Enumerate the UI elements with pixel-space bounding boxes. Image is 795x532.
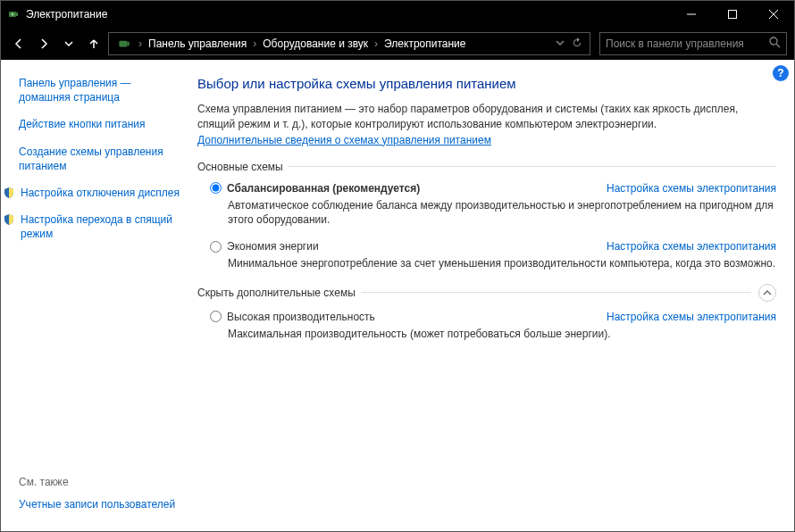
shield-icon [3,213,15,226]
search-input[interactable] [606,37,769,50]
plan-high-performance: Высокая производительность Настройка схе… [210,311,776,342]
minimize-button[interactable] [671,1,712,28]
crumb-control-panel[interactable]: Панель управления [145,36,250,52]
plan-name: Высокая производительность [227,311,375,323]
maximize-button[interactable] [712,1,753,28]
page-heading: Выбор или настройка схемы управления пит… [197,76,776,91]
breadcrumb-dropdown[interactable] [556,37,565,50]
plan-high-performance-radio-label[interactable]: Высокая производительность [210,311,375,323]
plan-desc: Максимальная производительность (может п… [228,327,776,342]
navbar: › Панель управления › Оборудование и зву… [1,28,794,60]
section-extra-label: Скрыть дополнительные схемы [197,287,356,299]
plan-desc: Автоматическое соблюдение баланса между … [228,198,776,229]
plan-settings-link[interactable]: Настройка схемы электропитания [607,240,776,253]
more-info-link[interactable]: Дополнительные сведения о схемах управле… [197,134,491,146]
collapse-extra-button[interactable] [758,284,776,302]
shield-icon [3,187,15,199]
chevron-right-icon: › [138,37,142,50]
breadcrumb[interactable]: › Панель управления › Оборудование и зву… [108,32,590,55]
plan-power-saver-radio[interactable] [210,241,222,253]
plan-name: Сбалансированная (рекомендуется) [227,182,420,195]
svg-rect-4 [729,11,737,19]
see-also-label: См. также [19,476,180,488]
intro-text: Схема управления питанием — это набор па… [197,102,776,132]
back-button[interactable] [8,33,29,54]
plan-balanced-radio-label[interactable]: Сбалансированная (рекомендуется) [210,182,420,195]
search-box[interactable] [599,32,787,55]
plan-balanced: Сбалансированная (рекомендуется) Настрой… [210,182,776,229]
plan-power-saver-radio-label[interactable]: Экономия энергии [210,240,319,253]
svg-rect-8 [127,42,129,46]
chevron-right-icon: › [374,37,378,50]
crumb-power-options[interactable]: Электропитание [381,36,469,52]
svg-point-2 [12,13,14,16]
chevron-right-icon: › [253,37,256,50]
section-basic-label: Основные схемы [197,161,283,173]
divider [361,292,751,293]
content-area: ? Панель управления — домашняя страница … [1,60,794,532]
see-also-link-users[interactable]: Учетные записи пользователей [19,497,180,511]
up-button[interactable] [83,33,105,54]
svg-rect-1 [16,12,18,16]
refresh-button[interactable] [572,37,582,51]
plan-desc: Минимальное энергопотребление за счет ум… [228,256,776,271]
recent-dropdown[interactable] [58,33,80,54]
sidebar-link-display-off[interactable]: Настройка отключения дисплея [21,186,180,200]
plan-power-saver: Экономия энергии Настройка схемы электро… [210,240,776,271]
main-panel: Выбор или настройка схемы управления пит… [188,60,794,532]
plan-high-performance-radio[interactable] [210,311,222,322]
forward-button[interactable] [33,33,54,54]
plan-settings-link[interactable]: Настройка схемы электропитания [607,311,776,323]
sidebar: Панель управления — домашняя страница Де… [1,60,188,532]
svg-point-9 [770,37,777,45]
control-panel-icon [116,36,132,52]
sidebar-home-link[interactable]: Панель управления — домашняя страница [19,76,180,104]
crumb-hardware-sound[interactable]: Оборудование и звук [259,36,372,52]
titlebar: Электропитание [1,1,794,28]
sidebar-link-create-plan[interactable]: Создание схемы управления питанием [19,145,180,173]
app-icon [6,7,21,21]
sidebar-link-sleep[interactable]: Настройка перехода в спящий режим [21,212,180,241]
sidebar-link-power-button[interactable]: Действие кнопки питания [19,117,180,131]
svg-rect-7 [119,41,127,47]
search-icon[interactable] [769,37,781,51]
svg-line-10 [776,44,780,47]
plan-balanced-radio[interactable] [210,182,222,194]
plan-settings-link[interactable]: Настройка схемы электропитания [607,182,776,195]
window-title: Электропитание [26,8,671,21]
plan-name: Экономия энергии [227,240,319,253]
close-button[interactable] [753,1,794,28]
divider [289,166,776,167]
